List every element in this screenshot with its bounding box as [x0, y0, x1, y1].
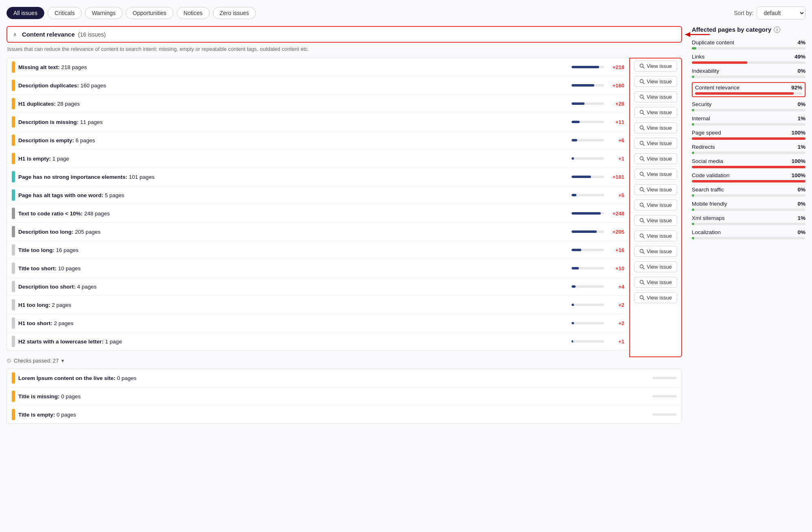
- issue-delta: +11: [607, 119, 624, 125]
- issue-bar-area: [572, 230, 604, 233]
- view-issue-button[interactable]: View issue: [634, 107, 677, 118]
- issue-indicator: [12, 80, 15, 91]
- category-pct: 0%: [797, 229, 806, 235]
- view-issue-button[interactable]: View issue: [634, 169, 677, 180]
- category-pct: 0%: [797, 187, 806, 193]
- issue-text: Description too short: 4 pages: [18, 284, 568, 290]
- issue-row: Title too short: 10 pages+10: [7, 259, 629, 278]
- category-row-page-speed: Page speed100%: [692, 130, 806, 140]
- issue-bar-area: [572, 322, 604, 324]
- view-issue-button[interactable]: View issue: [634, 184, 677, 195]
- issue-delta: +101: [607, 174, 624, 180]
- chevron-up-icon: ∧: [13, 31, 17, 37]
- category-pct: 100%: [791, 130, 806, 136]
- issue-bar-area: [572, 249, 604, 251]
- category-pct: 100%: [791, 158, 806, 164]
- svg-line-31: [643, 283, 645, 285]
- view-issue-button[interactable]: View issue: [634, 138, 677, 149]
- issues-list: Missing alt text: 218 pages+218Descripti…: [6, 58, 629, 351]
- section-title: Content relevance: [22, 31, 75, 38]
- issue-bar-area: [572, 285, 604, 288]
- issue-text: Missing alt text: 218 pages: [18, 64, 568, 70]
- issue-bar-area: [572, 102, 604, 105]
- passed-indicator: [12, 372, 15, 384]
- view-issue-button[interactable]: View issue: [634, 292, 677, 303]
- category-row-localization: Localization0%: [692, 229, 806, 239]
- passed-issues-list: Lorem Ipsum content on the live site: 0 …: [6, 369, 682, 424]
- issue-indicator: [12, 226, 15, 237]
- svg-line-13: [643, 144, 645, 146]
- category-name: Indexability: [692, 68, 719, 74]
- category-pct: 1%: [797, 144, 806, 150]
- issue-indicator: [12, 317, 15, 329]
- category-name: Localization: [692, 229, 721, 235]
- view-issue-button[interactable]: View issue: [634, 230, 677, 241]
- issue-row: H2 starts with a lowercase letter: 1 pag…: [7, 332, 629, 350]
- filter-tab-notices[interactable]: Notices: [177, 7, 210, 19]
- category-pct: 0%: [797, 201, 806, 207]
- checks-passed[interactable]: ⊙ Checks passed: 27 ▾: [6, 357, 682, 364]
- issue-row: Description too short: 4 pages+4: [7, 278, 629, 296]
- issue-bar-area: [572, 84, 604, 87]
- issue-indicator: [12, 299, 15, 311]
- filter-tab-warnings[interactable]: Warnings: [85, 7, 123, 19]
- issue-bar-area: [572, 121, 604, 123]
- category-name: Security: [692, 101, 712, 107]
- passed-indicator: [12, 409, 15, 420]
- checks-passed-arrow: ▾: [61, 358, 64, 364]
- sort-select[interactable]: default by pages by delta: [757, 7, 806, 20]
- svg-line-11: [643, 129, 645, 130]
- svg-line-27: [643, 252, 645, 254]
- category-pct: 0%: [797, 68, 806, 74]
- category-row-links: Links49%: [692, 54, 806, 64]
- issue-text: H1 duplicates: 28 pages: [18, 101, 568, 107]
- issue-indicator: [12, 189, 15, 201]
- category-row-search-traffic: Search traffic0%: [692, 187, 806, 197]
- category-name: Social media: [692, 158, 723, 164]
- issue-delta: +1: [607, 339, 624, 345]
- issue-text: H1 too long: 2 pages: [18, 302, 568, 308]
- issue-indicator: [12, 135, 15, 146]
- filter-tab-zero[interactable]: Zero issues: [213, 7, 256, 19]
- svg-line-25: [643, 237, 645, 239]
- view-issue-button[interactable]: View issue: [634, 61, 677, 72]
- issue-text: H2 starts with a lowercase letter: 1 pag…: [18, 339, 568, 345]
- filter-tab-criticals[interactable]: Criticals: [48, 7, 82, 19]
- right-panel: Affected pages by category i Duplicate c…: [692, 26, 806, 424]
- view-issue-button[interactable]: View issue: [634, 76, 677, 87]
- issue-delta: +218: [607, 64, 624, 70]
- issue-text: H1 is empty: 1 page: [18, 156, 568, 162]
- info-icon[interactable]: i: [774, 26, 780, 33]
- section-description: Issues that can reduce the relevance of …: [6, 46, 682, 52]
- category-pct: 92%: [791, 85, 802, 91]
- view-issue-button[interactable]: View issue: [634, 261, 677, 272]
- view-issue-button[interactable]: View issue: [634, 277, 677, 288]
- issue-delta: +4: [607, 284, 624, 290]
- issues-area: Missing alt text: 218 pages+218Descripti…: [6, 58, 682, 357]
- circle-check-icon: ⊙: [6, 357, 11, 364]
- issue-delta: +5: [607, 192, 624, 198]
- category-row-indexability: Indexability0%: [692, 68, 806, 78]
- view-issue-button[interactable]: View issue: [634, 246, 677, 257]
- view-issue-button[interactable]: View issue: [634, 153, 677, 164]
- category-pct: 1%: [797, 215, 806, 221]
- filter-tab-opportunities[interactable]: Opportunities: [126, 7, 173, 19]
- sort-bar: Sort by: default by pages by delta: [734, 7, 806, 20]
- category-pct: 49%: [795, 54, 806, 60]
- view-issue-button[interactable]: View issue: [634, 122, 677, 133]
- filter-tab-all[interactable]: All issues: [6, 7, 44, 19]
- svg-line-19: [643, 191, 645, 192]
- view-issue-button[interactable]: View issue: [634, 200, 677, 211]
- category-name: Content relevance: [695, 85, 740, 91]
- issue-row: Title too long: 16 pages+16: [7, 241, 629, 259]
- arrow-annotation: [685, 28, 718, 41]
- svg-line-33: [643, 299, 645, 300]
- issue-delta: +10: [607, 265, 624, 271]
- view-issue-button[interactable]: View issue: [634, 215, 677, 226]
- issue-text: Description is missing: 11 pages: [18, 119, 568, 125]
- category-row-xml-sitemaps: Xml sitemaps1%: [692, 215, 806, 225]
- view-issue-button[interactable]: View issue: [634, 91, 677, 102]
- issue-bar-area: [572, 304, 604, 306]
- issue-row: Text to code ratio < 10%: 248 pages+248: [7, 204, 629, 223]
- category-name: Redirects: [692, 144, 715, 150]
